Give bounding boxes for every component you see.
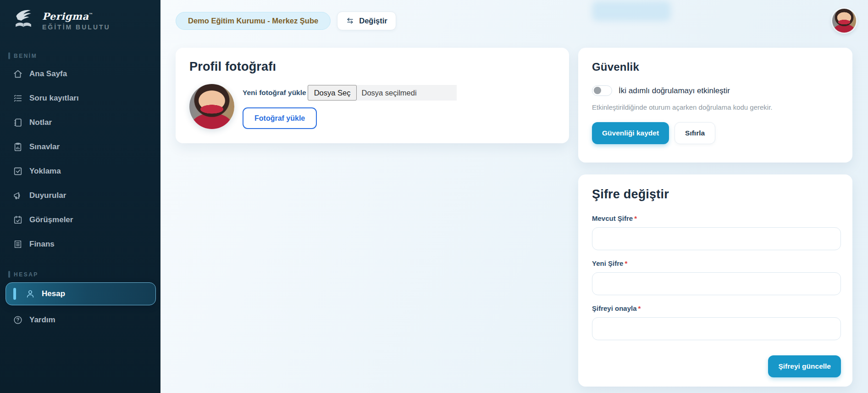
sidebar-item-label: Sınavlar: [29, 142, 60, 152]
toggle-knob: [594, 87, 601, 94]
file-input[interactable]: Dosya Seç Dosya seçilmedi: [308, 85, 457, 101]
upload-area: Yeni fotoğraf yükle Dosya Seç Dosya seçi…: [243, 84, 457, 129]
required-asterisk: *: [634, 214, 637, 222]
profile-photo: [189, 84, 234, 129]
active-indicator: [13, 288, 16, 300]
security-card: Güvenlik İki adımlı doğrulamayı etkinleş…: [578, 48, 852, 163]
content: Profil fotoğrafı Yeni fotoğraf yükle Dos…: [160, 48, 868, 387]
institution-name: Demo Eğitim Kurumu - Merkez Şube: [188, 17, 318, 25]
notebook-icon: [13, 118, 23, 128]
sidebar-item-duyurular[interactable]: Duyurular: [0, 187, 160, 204]
sidebar-item-ana-sayfa[interactable]: Ana Sayfa: [0, 66, 160, 82]
swap-arrows-icon: [346, 17, 354, 25]
help-icon: [13, 315, 23, 325]
section-bar: [8, 52, 10, 59]
profile-card-title: Profil fotoğrafı: [189, 60, 555, 74]
sidebar-item-label: Ana Sayfa: [29, 69, 67, 79]
sidebar-item-label: Yoklama: [29, 167, 61, 176]
required-asterisk: *: [638, 304, 641, 312]
sidebar-item-label: Soru kayıtları: [29, 94, 79, 103]
institution-chip[interactable]: Demo Eğitim Kurumu - Merkez Şube: [176, 12, 331, 30]
sidebar-item-label: Finans: [29, 240, 55, 249]
topbar-glow-decoration: [592, 1, 671, 21]
two-factor-toggle[interactable]: [592, 85, 612, 96]
user-avatar[interactable]: [832, 9, 856, 33]
right-column: Güvenlik İki adımlı doğrulamayı etkinleş…: [578, 48, 852, 387]
confirm-password-input[interactable]: [592, 317, 841, 340]
upload-row: Yeni fotoğraf yükle Dosya Seç Dosya seçi…: [243, 85, 457, 101]
security-description: Etkinleştirildiğinde oturum açarken doğr…: [592, 103, 839, 111]
section-bar: [8, 271, 10, 278]
new-password-input[interactable]: [592, 272, 841, 295]
current-password-field-group: Mevcut Şifre*: [592, 214, 841, 250]
calendar-check-icon: [13, 215, 23, 225]
confirm-password-field-group: Şifreyi onayla*: [592, 304, 841, 340]
save-security-button[interactable]: Güvenliği kaydet: [592, 122, 669, 144]
checkbox-icon: [13, 166, 23, 176]
security-card-title: Güvenlik: [592, 61, 839, 73]
sidebar-item-notlar[interactable]: Notlar: [0, 114, 160, 131]
change-institution-button[interactable]: Değiştir: [337, 11, 396, 30]
sidebar-item-gorusmeler[interactable]: Görüşmeler: [0, 212, 160, 228]
user-icon: [25, 289, 35, 299]
sidebar-item-soru-kayitlari[interactable]: Soru kayıtları: [0, 90, 160, 107]
clipboard-chart-icon: [13, 142, 23, 152]
brand-text: Perigma™ EĞİTİM BULUTU: [42, 11, 111, 31]
brand: Perigma™ EĞİTİM BULUTU: [0, 0, 160, 40]
profile-photo-card: Profil fotoğrafı Yeni fotoğraf yükle Dos…: [176, 48, 569, 143]
new-password-label: Yeni Şifre*: [592, 259, 841, 267]
sidebar-item-yardim[interactable]: Yardım: [0, 312, 160, 328]
winged-book-logo-icon: [11, 8, 36, 33]
sidebar-item-label: Yardım: [29, 315, 55, 325]
two-factor-label: İki adımlı doğrulamayı etkinleştir: [619, 86, 730, 95]
password-card-title: Şifre değiştir: [592, 187, 841, 202]
sidebar-section-hesap: HESAP: [8, 271, 160, 278]
sidebar-item-label: Görüşmeler: [29, 215, 73, 225]
upload-label: Yeni fotoğraf yükle: [243, 89, 306, 97]
app-root: Perigma™ EĞİTİM BULUTU BENİM Ana Sayfa S…: [0, 0, 868, 393]
receipt-icon: [13, 239, 23, 249]
sidebar-item-label: Notlar: [29, 118, 52, 127]
sidebar-nav-hesap: Hesap Yardım: [0, 282, 160, 328]
security-buttons: Güvenliği kaydet Sıfırla: [592, 122, 839, 144]
sidebar: Perigma™ EĞİTİM BULUTU BENİM Ana Sayfa S…: [0, 0, 160, 393]
new-password-field-group: Yeni Şifre*: [592, 259, 841, 295]
reset-security-button[interactable]: Sıfırla: [674, 122, 715, 144]
profile-row: Yeni fotoğraf yükle Dosya Seç Dosya seçi…: [189, 84, 555, 129]
sidebar-item-yoklama[interactable]: Yoklama: [0, 163, 160, 180]
password-submit-row: Şifreyi güncelle: [592, 355, 841, 377]
main-area: Demo Eğitim Kurumu - Merkez Şube Değişti…: [160, 0, 868, 393]
current-password-input[interactable]: [592, 227, 841, 250]
brand-subtitle: EĞİTİM BULUTU: [42, 23, 111, 31]
home-icon: [13, 69, 23, 79]
file-select-button[interactable]: Dosya Seç: [308, 85, 357, 101]
change-institution-label: Değiştir: [359, 17, 387, 25]
list-icon: [13, 93, 23, 103]
sidebar-nav-benim: Ana Sayfa Soru kayıtları Notlar Sınavlar: [0, 66, 160, 253]
sidebar-item-label: Hesap: [42, 289, 65, 298]
current-password-label: Mevcut Şifre*: [592, 214, 841, 222]
change-password-card: Şifre değiştir Mevcut Şifre* Yeni Şifre*: [578, 174, 852, 387]
two-factor-row: İki adımlı doğrulamayı etkinleştir: [592, 85, 839, 96]
required-asterisk: *: [625, 259, 627, 267]
sidebar-section-benim: BENİM: [8, 52, 160, 59]
update-password-button[interactable]: Şifreyi güncelle: [768, 355, 841, 377]
megaphone-icon: [13, 191, 23, 201]
topbar: Demo Eğitim Kurumu - Merkez Şube Değişti…: [160, 0, 868, 48]
sidebar-item-hesap[interactable]: Hesap: [6, 282, 156, 305]
brand-name: Perigma™: [42, 11, 111, 22]
upload-photo-button[interactable]: Fotoğraf yükle: [243, 107, 317, 129]
confirm-password-label: Şifreyi onayla*: [592, 304, 841, 312]
sidebar-item-label: Duyurular: [29, 191, 66, 200]
trademark: ™: [89, 12, 94, 17]
sidebar-item-finans[interactable]: Finans: [0, 236, 160, 253]
file-status-text: Dosya seçilmedi: [361, 89, 416, 97]
sidebar-item-sinavlar[interactable]: Sınavlar: [0, 139, 160, 155]
